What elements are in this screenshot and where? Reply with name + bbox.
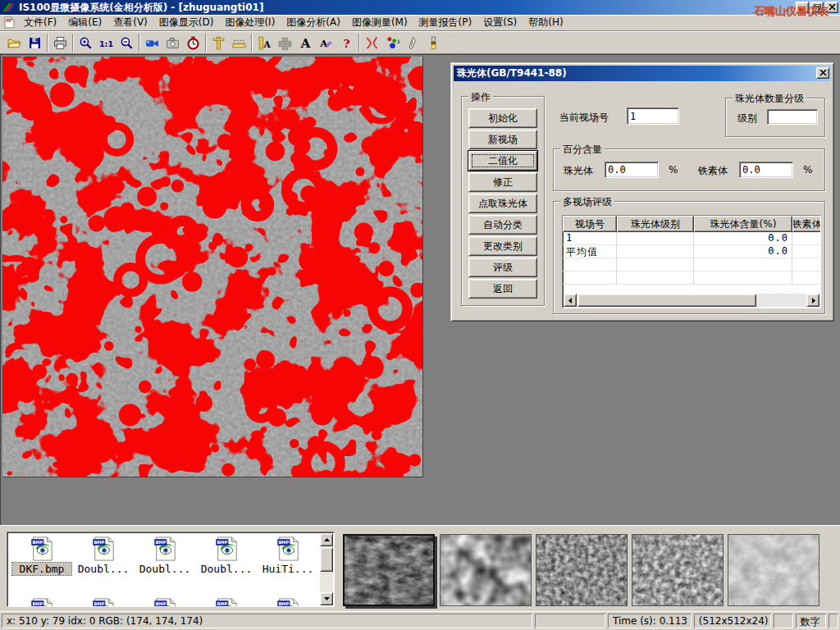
col-ferrite-content[interactable]: 铁素体含量(%) bbox=[792, 216, 821, 232]
file-item[interactable]: Doubl... bbox=[74, 536, 133, 575]
menu-view[interactable]: 查看(V) bbox=[107, 14, 153, 31]
col-pearlite-grade[interactable]: 珠光体级别 bbox=[617, 216, 694, 232]
scroll-thumb[interactable] bbox=[320, 547, 333, 572]
video-capture-icon[interactable] bbox=[142, 33, 162, 52]
menu-image-process[interactable]: 图像处理(I) bbox=[219, 14, 281, 31]
table-row[interactable]: 平均值 0.0 bbox=[563, 245, 821, 258]
zoom-out-icon[interactable] bbox=[116, 33, 137, 52]
file-list-scrollbar[interactable] bbox=[320, 533, 333, 605]
file-name[interactable]: DKF.bmp bbox=[12, 563, 71, 575]
file-list[interactable]: DKF.bmp Doubl... Doubl... Doubl... HuiTi… bbox=[7, 532, 335, 607]
toolbar-separator bbox=[251, 34, 253, 52]
col-view-number[interactable]: 视场号 bbox=[563, 216, 617, 232]
camera-capture-icon[interactable] bbox=[162, 33, 183, 52]
binarize-button[interactable]: 二值化 bbox=[468, 151, 537, 171]
scroll-track[interactable] bbox=[577, 294, 806, 307]
thumbnail[interactable] bbox=[632, 534, 724, 606]
new-view-button[interactable]: 新视场 bbox=[468, 130, 537, 149]
pick-pearlite-button[interactable]: 点取珠光体 bbox=[468, 194, 537, 213]
classify-points-icon[interactable]: 3 bbox=[382, 33, 403, 52]
ferrite-percent-input[interactable] bbox=[739, 162, 793, 178]
text-annotate-icon[interactable]: A bbox=[316, 33, 336, 52]
svg-text:3: 3 bbox=[397, 39, 399, 43]
grade-button[interactable]: 评级 bbox=[468, 258, 537, 277]
pearlite-percent-input[interactable] bbox=[605, 162, 659, 178]
scroll-down-icon[interactable] bbox=[320, 592, 333, 605]
auto-classify-button[interactable]: 自动分类 bbox=[468, 215, 537, 235]
text-font-icon[interactable]: A bbox=[295, 33, 316, 52]
file-browser-panel: BMP DKF.bmp Doubl... Doubl... bbox=[0, 525, 840, 611]
cell-grade bbox=[617, 245, 694, 258]
scroll-left-icon[interactable] bbox=[564, 294, 577, 307]
dialog-title-bar: 珠光体(GB/T9441-88) bbox=[454, 66, 831, 81]
print-icon[interactable] bbox=[50, 33, 71, 52]
draw-pen-icon[interactable] bbox=[403, 33, 423, 52]
menu-file[interactable]: 文件(F) bbox=[18, 14, 62, 31]
timer-icon[interactable] bbox=[183, 33, 203, 52]
grid-icon[interactable] bbox=[275, 33, 295, 52]
file-item[interactable] bbox=[258, 598, 317, 607]
menu-help[interactable]: 帮助(H) bbox=[523, 14, 568, 31]
status-time: Time (s): 0.113 bbox=[608, 614, 692, 628]
save-icon[interactable] bbox=[25, 33, 45, 52]
change-class-button[interactable]: 更改类别 bbox=[468, 236, 537, 256]
current-view-input[interactable] bbox=[627, 107, 679, 125]
curve-calibrate-icon[interactable] bbox=[362, 33, 382, 52]
file-item[interactable]: Doubl... bbox=[197, 536, 256, 575]
svg-text:A: A bbox=[263, 39, 272, 49]
file-name[interactable]: Doubl... bbox=[74, 563, 133, 575]
scroll-up-icon[interactable] bbox=[320, 533, 333, 546]
thumbnail[interactable] bbox=[536, 534, 628, 606]
menu-image-analysis[interactable]: 图像分析(A) bbox=[281, 14, 346, 31]
ruler-icon[interactable] bbox=[229, 33, 249, 52]
thumbnail[interactable] bbox=[440, 534, 532, 606]
menu-image-display[interactable]: 图像显示(D) bbox=[153, 14, 220, 31]
multi-view-group-label: 多视场评级 bbox=[560, 195, 614, 209]
file-name[interactable]: Doubl... bbox=[197, 563, 256, 575]
operations-group-label: 操作 bbox=[468, 90, 493, 104]
cell-pearlite: 0.0 bbox=[694, 245, 792, 258]
open-file-icon[interactable] bbox=[4, 33, 25, 52]
toolbar-separator bbox=[72, 34, 74, 52]
thumbnail[interactable] bbox=[728, 534, 819, 606]
scroll-right-icon[interactable] bbox=[806, 294, 819, 307]
current-view-label: 当前视场号 bbox=[559, 111, 609, 125]
minimize-button[interactable] bbox=[796, 2, 809, 13]
file-item[interactable] bbox=[74, 598, 133, 607]
thumbnail-selected[interactable] bbox=[343, 534, 435, 606]
multi-view-table[interactable]: 视场号 珠光体级别 珠光体含量(%) 铁素体含量(%) 1 0.0 平均值 0.… bbox=[562, 215, 821, 308]
file-item[interactable]: DKF.bmp bbox=[12, 536, 71, 575]
file-item[interactable]: HuiTi... bbox=[258, 536, 317, 575]
file-name[interactable]: HuiTi... bbox=[258, 563, 317, 575]
caliper-icon[interactable] bbox=[208, 33, 229, 52]
table-horizontal-scrollbar[interactable] bbox=[564, 294, 819, 307]
table-row[interactable]: 1 0.0 bbox=[563, 232, 821, 245]
zoom-in-icon[interactable] bbox=[75, 33, 96, 52]
menu-settings[interactable]: 设置(S) bbox=[477, 14, 523, 31]
close-button[interactable] bbox=[825, 2, 838, 13]
file-item[interactable] bbox=[135, 598, 194, 607]
grade-level-input[interactable] bbox=[767, 109, 818, 125]
file-item[interactable] bbox=[12, 598, 71, 607]
init-button[interactable]: 初始化 bbox=[468, 108, 537, 128]
menu-image-measure[interactable]: 图像测量(M) bbox=[346, 14, 413, 31]
grading-group-label: 珠光体数量分级 bbox=[733, 92, 806, 106]
measure-label-icon[interactable]: A bbox=[254, 33, 275, 52]
actual-size-icon[interactable]: 1:1 bbox=[96, 33, 116, 52]
micrograph-image[interactable] bbox=[2, 57, 423, 477]
dialog-title: 珠光体(GB/T9441-88) bbox=[457, 66, 567, 80]
svg-text:1:1: 1:1 bbox=[99, 39, 113, 48]
menu-edit[interactable]: 编辑(E) bbox=[62, 14, 107, 31]
scroll-thumb[interactable] bbox=[578, 294, 756, 307]
correct-button[interactable]: 修正 bbox=[468, 172, 537, 192]
help-icon[interactable]: ? bbox=[336, 33, 357, 52]
dialog-close-icon[interactable] bbox=[816, 67, 829, 79]
restore-button[interactable] bbox=[810, 2, 824, 13]
file-item[interactable] bbox=[197, 598, 256, 607]
fill-brush-icon[interactable] bbox=[423, 33, 444, 52]
file-item[interactable]: Doubl... bbox=[135, 536, 194, 575]
file-name[interactable]: Doubl... bbox=[135, 563, 194, 575]
menu-measure-report[interactable]: 测量报告(P) bbox=[413, 14, 478, 31]
col-pearlite-content[interactable]: 珠光体含量(%) bbox=[694, 216, 792, 232]
return-button[interactable]: 返回 bbox=[468, 279, 537, 299]
